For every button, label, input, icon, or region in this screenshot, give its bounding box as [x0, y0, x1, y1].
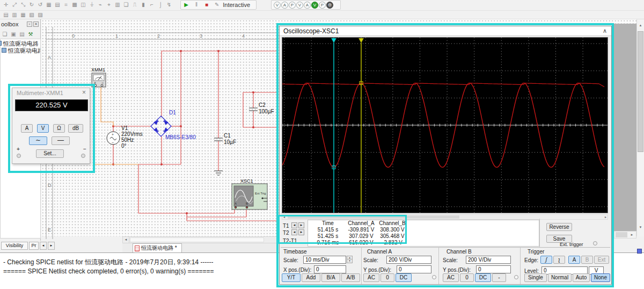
sheet-tab[interactable]: 恒流驱动电路 *: [133, 243, 182, 252]
ac-source-component[interactable]: + − V1 220Vrms 50Hz 0°: [107, 125, 143, 149]
add-mode-button[interactable]: Add: [302, 273, 320, 282]
oscilloscope-titlebar[interactable]: Oscilloscope-XSC1 ∧: [280, 26, 611, 36]
spreadsheet-icon[interactable]: [637, 249, 642, 254]
edge-rising-button[interactable]: ʃ: [540, 256, 552, 264]
timebase-xpos-input[interactable]: [314, 265, 346, 273]
wire-orange[interactable]: [94, 87, 138, 164]
sheet-row-label: D: [48, 183, 52, 188]
toolbox-bottom-tabs: VisibilityPr◄►: [0, 241, 60, 251]
scroll-right-icon[interactable]: ►: [628, 232, 635, 238]
cursor-t2-label: T2: [283, 230, 289, 236]
capacitor-c2[interactable]: C2 100µF: [249, 102, 274, 114]
trigger-single-button[interactable]: Single: [524, 273, 547, 282]
scope-hscroll-thumb[interactable]: [288, 215, 459, 219]
ground-symbol[interactable]: [214, 171, 223, 175]
panel-tab-visibility[interactable]: Visibility: [1, 242, 28, 250]
t2-channel-b-value: 305.468 V: [374, 233, 411, 239]
canvas-vscrollbar[interactable]: ▲ ▼: [636, 19, 644, 236]
channel-a-dc-button[interactable]: DC: [396, 273, 412, 282]
channel-b-terminal[interactable]: [514, 275, 518, 279]
dock-button[interactable]: ▫: [27, 21, 32, 27]
t2-right-button[interactable]: ►: [298, 229, 304, 235]
scroll-left-icon[interactable]: ◄: [283, 215, 286, 219]
controls-divider: [281, 247, 610, 248]
scope-display: [282, 37, 608, 213]
channel-a-group-label: Channel A: [367, 249, 392, 255]
toolbox-toolbar-icon[interactable]: ▣: [9, 30, 18, 39]
group-divider: [361, 248, 362, 284]
channel-a-zero-button[interactable]: 0: [380, 273, 394, 282]
trigger-auto-button[interactable]: Auto: [573, 273, 590, 282]
channel-a-scale-input[interactable]: [386, 256, 431, 264]
channel-b-minus-button[interactable]: -: [492, 273, 506, 282]
tab-scroll-right-icon[interactable]: ►: [48, 242, 55, 250]
scroll-right-icon[interactable]: ►: [604, 215, 607, 219]
reverse-button[interactable]: Reverse: [546, 223, 572, 231]
spinner-down-icon[interactable]: ▼: [347, 259, 353, 263]
amps-mode-button[interactable]: A: [21, 124, 33, 133]
toolbox-item[interactable]: 恒流驱动电路: [0, 40, 40, 47]
sheet-row-label: E: [48, 227, 51, 233]
multimeter-component[interactable]: XMM1 + −: [91, 67, 106, 87]
trigger-source-ext-button[interactable]: Ext: [594, 256, 609, 264]
timebase-scale-input[interactable]: [303, 256, 346, 264]
d1-part-label: MB6S-E3/80: [165, 134, 196, 140]
ac-mode-button[interactable]: ∼: [29, 136, 47, 145]
set-button[interactable]: Set...: [36, 149, 64, 158]
channel-a-ypos-input[interactable]: [397, 265, 431, 273]
channel-a-terminal[interactable]: [432, 275, 436, 279]
group-divider: [438, 248, 439, 284]
trigger-source-b-button[interactable]: B: [581, 256, 593, 264]
t2-left-button[interactable]: ◄: [291, 229, 297, 235]
trigger-none-button[interactable]: None: [591, 273, 610, 282]
scroll-up-icon[interactable]: ▲: [637, 24, 644, 27]
oscilloscope-component[interactable]: XSC1 Ext Trig A B: [232, 178, 267, 209]
canvas-hscrollbar[interactable]: ◄: [122, 236, 277, 243]
minus-terminal[interactable]: [81, 154, 85, 158]
dc-mode-button[interactable]: —: [52, 136, 70, 145]
ab-mode-button[interactable]: A/B: [341, 273, 360, 282]
t1-left-button[interactable]: ◄: [291, 222, 297, 228]
ext-trigger-terminal[interactable]: [593, 241, 597, 245]
volts-mode-button[interactable]: V: [37, 124, 49, 133]
scope-hscrollbar[interactable]: ◄ ►: [282, 214, 608, 220]
yt-mode-button[interactable]: Y/T: [282, 273, 301, 282]
channel-b-group-label: Channel B: [447, 249, 472, 255]
v1-minus-mark: −: [112, 141, 114, 144]
plus-terminal[interactable]: [17, 154, 21, 158]
toolbox-toolbar-icon[interactable]: ⚒: [26, 30, 35, 39]
db-mode-button[interactable]: dB: [68, 124, 83, 133]
panel-tab-pr[interactable]: Pr: [29, 242, 39, 250]
channel-b-dc-button[interactable]: DC: [475, 273, 491, 282]
hscroll-thumb-right[interactable]: [616, 232, 627, 237]
channel-b-ypos-input[interactable]: [476, 265, 511, 273]
channel-b-scale-input[interactable]: [466, 256, 511, 264]
bridge-rectifier-component[interactable]: D1 MB6S-E3/80: [151, 110, 196, 140]
collapse-icon[interactable]: ∧: [603, 27, 607, 34]
t1-right-button[interactable]: ►: [298, 222, 304, 228]
scroll-left-icon[interactable]: ◄: [123, 237, 129, 243]
hscroll-thumb[interactable]: [130, 237, 264, 242]
toolbox-toolbar-icon[interactable]: ▤: [18, 30, 26, 39]
spinner-up-icon[interactable]: ▲: [347, 256, 353, 259]
edge-falling-button[interactable]: ʅ: [553, 256, 565, 264]
scroll-down-icon[interactable]: ▼: [637, 226, 644, 229]
trigger-source-a-button[interactable]: A: [568, 256, 580, 264]
channel-a-ac-button[interactable]: AC: [363, 273, 379, 282]
capacitor-c1[interactable]: C1 10µF: [214, 133, 236, 145]
toolbox-item[interactable]: 恒流驱动电路: [1, 47, 40, 54]
c1-value-label: 10µF: [224, 139, 236, 145]
ohms-mode-button[interactable]: Ω: [53, 124, 65, 133]
close-panel-button[interactable]: ×: [33, 21, 39, 27]
channel-b-ac-button[interactable]: AC: [443, 273, 459, 282]
tab-scroll-left-icon[interactable]: ◄: [40, 242, 47, 250]
vscroll-thumb[interactable]: [638, 31, 643, 152]
trigger-normal-button[interactable]: Normal: [548, 273, 572, 282]
timebase-scale-spinner[interactable]: ▲ ▼: [347, 256, 353, 264]
close-icon[interactable]: ×: [82, 89, 86, 96]
ba-mode-button[interactable]: B/A: [321, 273, 340, 282]
delta-time-value: 9.716 ms: [311, 240, 345, 245]
toolbox-toolbar-icon[interactable]: ❏: [1, 30, 9, 39]
channel-b-zero-button[interactable]: 0: [460, 273, 474, 282]
canvas-hscrollbar-right[interactable]: ►: [614, 231, 636, 239]
